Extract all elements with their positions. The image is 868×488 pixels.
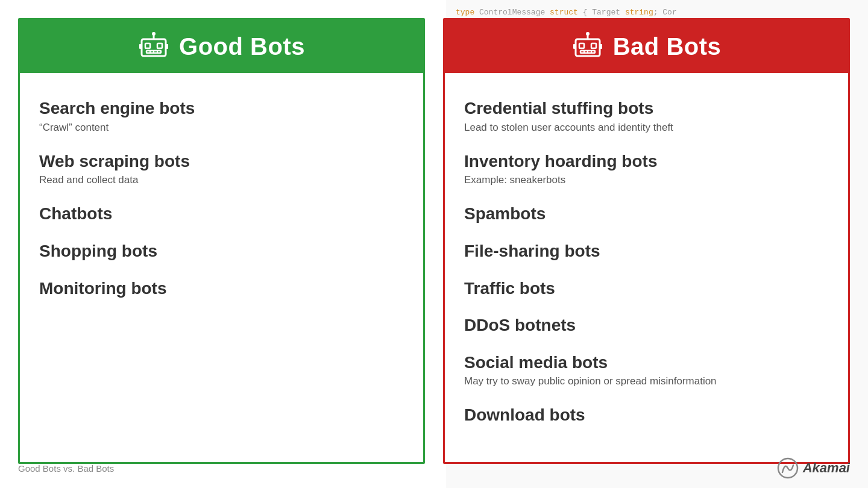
bot-desc: Read and collect data [39,174,404,187]
bot-name: Social media bots [464,352,829,373]
good-bots-header: Good Bots [20,20,423,73]
bot-name: DDoS botnets [464,315,829,336]
good-bots-title: Good Bots [179,33,305,60]
list-item: Web scraping bots Read and collect data [39,143,404,196]
bot-name: Shopping bots [39,241,404,261]
bot-name: Download bots [464,405,829,425]
bot-name: Spambots [464,204,829,224]
bad-bots-content: Credential stuffing bots Lead to stolen … [445,73,848,462]
bot-desc: May try to sway public opinion or spread… [464,375,829,388]
footer: Good Bots vs. Bad Bots Akamai [18,457,850,480]
good-bot-icon [138,31,169,62]
good-bots-content: Search engine bots “Crawl” content Web s… [20,73,423,462]
bot-name: Search engine bots [39,98,404,119]
list-item: Download bots [464,396,829,434]
bot-name: Monitoring bots [39,278,404,299]
svg-rect-4 [157,43,162,48]
list-item: Spambots [464,195,829,233]
bot-name: Chatbots [39,204,404,224]
bot-desc: Lead to stolen user accounts and identit… [464,121,829,134]
bot-name: Traffic bots [464,278,829,299]
bot-name: Web scraping bots [39,151,404,172]
bot-name: File-sharing bots [464,241,829,261]
footer-label: Good Bots vs. Bad Bots [18,463,114,474]
svg-rect-14 [579,43,584,48]
svg-rect-20 [573,44,576,49]
svg-rect-21 [600,44,602,49]
bad-bots-panel: Bad Bots Credential stuffing bots Lead t… [443,18,850,464]
list-item: Chatbots [39,195,404,233]
svg-rect-3 [145,43,150,48]
bot-desc: “Crawl” content [39,121,404,134]
svg-rect-9 [139,44,142,49]
svg-point-2 [152,32,156,36]
akamai-text: Akamai [803,460,850,476]
akamai-logo: Akamai [776,457,850,480]
svg-rect-15 [591,43,596,48]
list-item: DDoS botnets [464,307,829,344]
good-bots-panel: Good Bots Search engine bots “Crawl” con… [18,18,425,464]
bad-bots-header: Bad Bots [445,20,848,73]
svg-point-13 [586,32,590,36]
svg-rect-10 [166,44,168,49]
list-item: Search engine bots “Crawl” content [39,90,404,143]
bot-desc: Example: sneakerbots [464,174,829,187]
list-item: Social media bots May try to sway public… [464,344,829,397]
bot-name: Credential stuffing bots [464,98,829,119]
bad-bots-title: Bad Bots [613,33,722,60]
list-item: Inventory hoarding bots Example: sneaker… [464,143,829,196]
list-item: Shopping bots [39,233,404,270]
list-item: Credential stuffing bots Lead to stolen … [464,90,829,143]
list-item: Traffic bots [464,270,829,307]
akamai-logo-icon [776,457,799,480]
bad-bot-icon [572,31,603,62]
bot-name: Inventory hoarding bots [464,151,829,172]
main-container: Good Bots Search engine bots “Crawl” con… [0,0,868,488]
list-item: File-sharing bots [464,233,829,270]
list-item: Monitoring bots [39,270,404,307]
